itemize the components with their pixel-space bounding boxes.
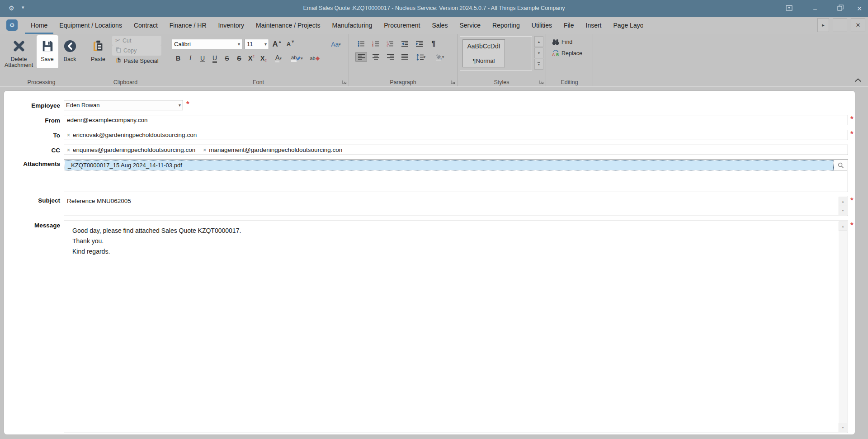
restore-button[interactable] bbox=[833, 0, 848, 17]
chevron-down-icon[interactable]: ▾ bbox=[177, 103, 181, 108]
tab-insert[interactable]: Insert bbox=[580, 17, 608, 34]
tab-procurement[interactable]: Procurement bbox=[378, 17, 426, 34]
styles-dialog-launcher-icon[interactable] bbox=[539, 80, 544, 85]
scroll-down-button[interactable]: ▼ bbox=[839, 423, 847, 432]
message-label: Message bbox=[4, 222, 60, 229]
remove-recipient-icon[interactable]: × bbox=[203, 147, 206, 153]
tab-page-layout[interactable]: Page Layout bbox=[608, 17, 643, 34]
superscript-button[interactable]: X2 bbox=[246, 53, 257, 63]
font-name-select[interactable]: Calibri ▾ bbox=[172, 39, 242, 49]
highlight-button[interactable]: ab ▾ bbox=[288, 53, 306, 63]
scroll-up-button[interactable]: ▲ bbox=[839, 222, 847, 231]
tab-reporting[interactable]: Reporting bbox=[486, 17, 526, 34]
tab-sales[interactable]: Sales bbox=[426, 17, 453, 34]
line-spacing-icon bbox=[416, 54, 424, 61]
app-gear-button[interactable]: ⚙ bbox=[6, 19, 18, 31]
double-strikethrough-button[interactable]: S bbox=[234, 53, 245, 63]
subject-scrollbar[interactable]: ▲ ▼ bbox=[839, 197, 847, 215]
bullet-list-button[interactable] bbox=[355, 39, 367, 49]
ribbon-group-paragraph: 123 1a1 ¶ bbox=[349, 34, 458, 86]
tab-inventory[interactable]: Inventory bbox=[212, 17, 250, 34]
tab-file[interactable]: File bbox=[558, 17, 580, 34]
font-size-select[interactable]: 11 ▾ bbox=[245, 39, 269, 49]
ribbon-close-button[interactable]: ✕ bbox=[851, 18, 865, 32]
double-underline-button[interactable]: U bbox=[209, 53, 220, 63]
attachments-label: Attachments bbox=[4, 160, 60, 167]
subject-input[interactable]: Reference MNU062005 ▲ ▼ bbox=[64, 196, 848, 216]
tab-maintenance-projects[interactable]: Maintenance / Projects bbox=[250, 17, 326, 34]
multilevel-list-button[interactable]: 1a1 bbox=[384, 39, 396, 49]
scroll-down-button[interactable]: ▼ bbox=[839, 206, 847, 215]
strikethrough-button[interactable]: S bbox=[222, 53, 232, 63]
style-name: ¶Normal bbox=[473, 57, 495, 64]
align-left-button[interactable] bbox=[355, 52, 367, 62]
close-button[interactable]: ✕ bbox=[852, 0, 867, 17]
tab-home[interactable]: Home bbox=[25, 17, 53, 34]
pencil-icon bbox=[297, 57, 301, 61]
tab-scroll-right-button[interactable]: ▸ bbox=[817, 18, 829, 32]
align-right-button[interactable] bbox=[384, 52, 396, 62]
italic-button[interactable]: I bbox=[185, 53, 196, 63]
underline-button[interactable]: U bbox=[197, 53, 208, 63]
collapse-ribbon-button[interactable] bbox=[854, 76, 862, 84]
attachment-browse-button[interactable] bbox=[834, 160, 847, 171]
message-line: Good day, please find attached Sales Quo… bbox=[72, 226, 834, 236]
bold-icon: B bbox=[176, 55, 180, 62]
employee-select[interactable]: Eden Rowan ▾ bbox=[64, 100, 183, 110]
highlight-icon: ab bbox=[291, 55, 297, 62]
replace-button[interactable]: AB Replace bbox=[549, 48, 593, 58]
paste-button[interactable]: Paste bbox=[87, 35, 109, 66]
message-input[interactable]: Good day, please find attached Sales Quo… bbox=[64, 221, 848, 433]
remove-recipient-icon[interactable]: × bbox=[67, 132, 70, 138]
style-item-normal[interactable]: AaBbCcDdI ¶Normal bbox=[462, 39, 505, 67]
attachment-item-selected[interactable]: _KZQT0000017_15 Aug 2024_14-11-03.pdf bbox=[65, 160, 833, 170]
message-scrollbar[interactable]: ▲ ▼ bbox=[839, 222, 847, 432]
back-button[interactable]: Back bbox=[60, 35, 80, 68]
align-center-button[interactable] bbox=[370, 52, 382, 62]
ribbon-minimize-button[interactable]: – bbox=[833, 18, 847, 32]
line-spacing-button[interactable]: ▾ bbox=[413, 52, 429, 62]
attachments-list[interactable]: _KZQT0000017_15 Aug 2024_14-11-03.pdf bbox=[64, 159, 848, 192]
from-input[interactable]: edenr@examplecompany.con bbox=[64, 115, 848, 125]
remove-recipient-icon[interactable]: × bbox=[67, 147, 70, 153]
tab-service[interactable]: Service bbox=[453, 17, 486, 34]
shading-button[interactable]: ▾ bbox=[431, 52, 448, 62]
minimize-button[interactable]: – bbox=[807, 0, 823, 17]
styles-scroll-up-button[interactable]: ▲ bbox=[534, 36, 543, 47]
delete-attachment-button[interactable]: Delete Attachment bbox=[3, 35, 35, 68]
scroll-up-button[interactable]: ▲ bbox=[839, 197, 847, 206]
chevron-down-icon[interactable]: ▾ bbox=[263, 42, 267, 47]
clear-formatting-button[interactable]: ab bbox=[307, 53, 322, 63]
justify-button[interactable] bbox=[399, 52, 410, 62]
styles-scroll-down-button[interactable]: ▼ bbox=[534, 47, 543, 58]
bold-button[interactable]: B bbox=[173, 53, 184, 63]
font-dialog-launcher-icon[interactable] bbox=[342, 80, 347, 85]
styles-more-button[interactable]: ▼ bbox=[534, 59, 543, 70]
tab-manufacturing[interactable]: Manufacturing bbox=[326, 17, 378, 34]
tab-equipment-locations[interactable]: Equipment / Locations bbox=[53, 17, 128, 34]
save-button[interactable]: Save bbox=[37, 35, 58, 68]
fullscreen-button[interactable] bbox=[781, 0, 797, 17]
show-paragraph-marks-button[interactable]: ¶ bbox=[428, 39, 439, 49]
subscript-button[interactable]: X2 bbox=[258, 53, 269, 63]
gear-icon: ⚙ bbox=[9, 22, 15, 28]
find-button[interactable]: Find bbox=[549, 38, 593, 47]
decrease-indent-button[interactable] bbox=[399, 39, 410, 49]
tab-contract[interactable]: Contract bbox=[128, 17, 164, 34]
paste-special-button[interactable]: Paste Special bbox=[112, 56, 161, 66]
chevron-down-icon[interactable]: ▾ bbox=[236, 42, 240, 47]
increase-indent-button[interactable] bbox=[413, 39, 425, 49]
shrink-font-button[interactable]: A▼ bbox=[285, 39, 296, 49]
tab-utilities[interactable]: Utilities bbox=[526, 17, 558, 34]
paragraph-dialog-launcher-icon[interactable] bbox=[451, 80, 455, 85]
tab-finance-hr[interactable]: Finance / HR bbox=[164, 17, 212, 34]
grow-font-button[interactable]: A▲ bbox=[271, 39, 283, 49]
change-case-button[interactable]: Aa ▾ bbox=[327, 39, 345, 49]
to-input[interactable]: × ericnovak@gardeningpecholdoutsourcing.… bbox=[64, 130, 848, 140]
underline-icon: U bbox=[200, 55, 205, 62]
decrease-indent-icon bbox=[401, 40, 409, 47]
message-row: Message Good day, please find attached S… bbox=[4, 221, 855, 433]
cc-input[interactable]: × enquiries@gardeningpecholdoutsourcing.… bbox=[64, 145, 848, 155]
font-color-button[interactable]: A ▾ bbox=[270, 53, 287, 63]
numbered-list-button[interactable]: 123 bbox=[370, 39, 382, 49]
